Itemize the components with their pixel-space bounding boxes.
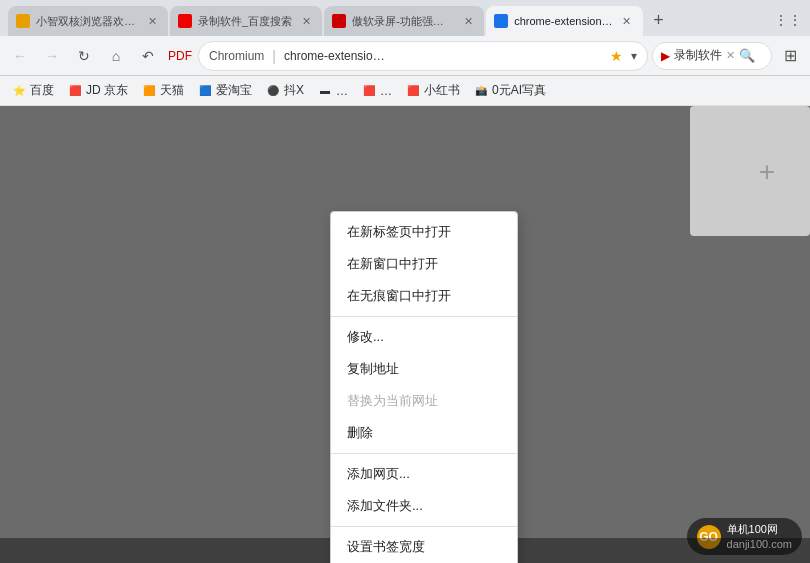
bookmark-star-icon[interactable]: ★ [610,48,623,64]
menu-item-label: 删除 [347,424,373,442]
menu-item-label: 在新标签页中打开 [347,223,451,241]
menu-item-label: 添加网页... [347,465,410,483]
menu-separator [331,526,517,527]
tab-tab2[interactable]: 录制软件_百度搜索✕ [170,6,322,36]
browser-frame: 小智双核浏览器欢3…✕录制软件_百度搜索✕傲软录屏-功能强大…✕chrome-e… [0,0,810,563]
bookmark-item-bm2[interactable]: 🟥JD 京东 [62,80,134,101]
bookmark-icon: ⚫ [266,84,280,98]
menu-item-delete[interactable]: 删除 [331,417,517,449]
tab-tab1[interactable]: 小智双核浏览器欢3…✕ [8,6,168,36]
main-content: + 在新标签页中打开在新窗口中打开在无痕窗口中打开修改...复制地址替换为当前网… [0,106,810,563]
watermark-line1: 单机100网 [727,522,792,536]
bookmark-item-bm6[interactable]: ▬… [312,82,354,100]
bookmarks-bar: ⭐百度🟥JD 京东🟧天猫🟦爱淘宝⚫抖X▬…🟥…🟥小红书📸0元AI写真 [0,76,810,106]
bookmark-icon: 🟥 [362,84,376,98]
search-label: 录制软件 [674,47,722,64]
plus-icon: + [759,156,775,188]
tab-title: 小智双核浏览器欢3… [36,14,138,29]
tab-close-button[interactable]: ✕ [144,13,160,29]
bookmark-item-bm9[interactable]: 📸0元AI写真 [468,80,552,101]
tab-title: 傲软录屏-功能强大… [352,14,454,29]
menu-item-open-new-window[interactable]: 在新窗口中打开 [331,248,517,280]
screen-record-icon: ▶ [661,49,670,63]
menu-item-label: 设置书签宽度 [347,538,425,556]
address-dropdown-icon[interactable]: ▾ [631,49,637,63]
address-brand: Chromium [209,49,264,63]
menu-item-open-new-tab[interactable]: 在新标签页中打开 [331,216,517,248]
bookmark-icon: 🟧 [142,84,156,98]
bookmark-icon: ▬ [318,84,332,98]
menu-item-copy-url[interactable]: 复制地址 [331,353,517,385]
menu-item-label: 在无痕窗口中打开 [347,287,451,305]
menu-item-add-folder[interactable]: 添加文件夹... [331,490,517,522]
bookmark-icon: ⭐ [12,84,26,98]
bookmark-label: 爱淘宝 [216,82,252,99]
menu-item-label: 添加文件夹... [347,497,423,515]
bookmark-label: 百度 [30,82,54,99]
tab-bar: 小智双核浏览器欢3…✕录制软件_百度搜索✕傲软录屏-功能强大…✕chrome-e… [0,0,810,36]
page-content-area: + [690,106,810,236]
menu-item-label: 在新窗口中打开 [347,255,438,273]
bookmark-icon: 🟥 [406,84,420,98]
home-button[interactable]: ⌂ [102,42,130,70]
bookmark-icon: 🟥 [68,84,82,98]
menu-item-set-bookmark-width[interactable]: 设置书签宽度 [331,531,517,563]
refresh-button[interactable]: ↻ [70,42,98,70]
menu-item-add-page[interactable]: 添加网页... [331,458,517,490]
menu-item-label: 修改... [347,328,384,346]
new-tab-button[interactable]: + [645,6,673,34]
menu-item-edit[interactable]: 修改... [331,321,517,353]
bookmark-label: … [380,84,392,98]
search-clear-icon[interactable]: ✕ [726,49,735,62]
menu-item-set-current-url: 替换为当前网址 [331,385,517,417]
bookmark-item-bm1[interactable]: ⭐百度 [6,80,60,101]
tab-tab4[interactable]: chrome-extension…✕ [486,6,642,36]
bookmark-item-bm8[interactable]: 🟥小红书 [400,80,466,101]
forward-button[interactable]: → [38,42,66,70]
address-separator: | [272,48,276,64]
tab-close-button[interactable]: ✕ [619,13,635,29]
bookmark-label: 天猫 [160,82,184,99]
menu-item-label: 替换为当前网址 [347,392,438,410]
tab-close-button[interactable]: ✕ [460,13,476,29]
bookmark-icon: 📸 [474,84,488,98]
back-button[interactable]: ← [6,42,34,70]
bookmarks-toggle-button[interactable]: ↶ [134,42,162,70]
tab-favicon [332,14,346,28]
bookmark-label: JD 京东 [86,82,128,99]
context-menu: 在新标签页中打开在新窗口中打开在无痕窗口中打开修改...复制地址替换为当前网址删… [330,211,518,563]
search-icon[interactable]: 🔍 [739,48,755,63]
bookmark-item-bm3[interactable]: 🟧天猫 [136,80,190,101]
menu-separator [331,316,517,317]
grid-button[interactable]: ⊞ [776,42,804,70]
bookmark-item-bm5[interactable]: ⚫抖X [260,80,310,101]
address-bar-row: ← → ↻ ⌂ ↶ PDF Chromium | chrome-extensio… [0,36,810,76]
bookmark-item-bm7[interactable]: 🟥… [356,82,398,100]
tab-title: chrome-extension… [514,15,612,27]
tab-close-button[interactable]: ✕ [298,13,314,29]
address-bar[interactable]: Chromium | chrome-extensio… ★ ▾ [198,41,648,71]
tab-title: 录制软件_百度搜索 [198,14,292,29]
bookmark-label: 0元AI写真 [492,82,546,99]
bookmark-icon: 🟦 [198,84,212,98]
tab-favicon [178,14,192,28]
tab-bar-end: ⋮⋮ [774,6,802,34]
menu-item-label: 复制地址 [347,360,399,378]
search-box[interactable]: ▶ 录制软件 ✕ 🔍 [652,42,772,70]
address-url: chrome-extensio… [284,49,602,63]
bookmark-item-bm4[interactable]: 🟦爱淘宝 [192,80,258,101]
tab-tab3[interactable]: 傲软录屏-功能强大…✕ [324,6,484,36]
bookmark-label: 抖X [284,82,304,99]
menu-item-open-incognito[interactable]: 在无痕窗口中打开 [331,280,517,312]
menu-separator [331,453,517,454]
tab-favicon [494,14,508,28]
bookmark-label: 小红书 [424,82,460,99]
bookmark-label: … [336,84,348,98]
tab-favicon [16,14,30,28]
pdf-button[interactable]: PDF [166,42,194,70]
